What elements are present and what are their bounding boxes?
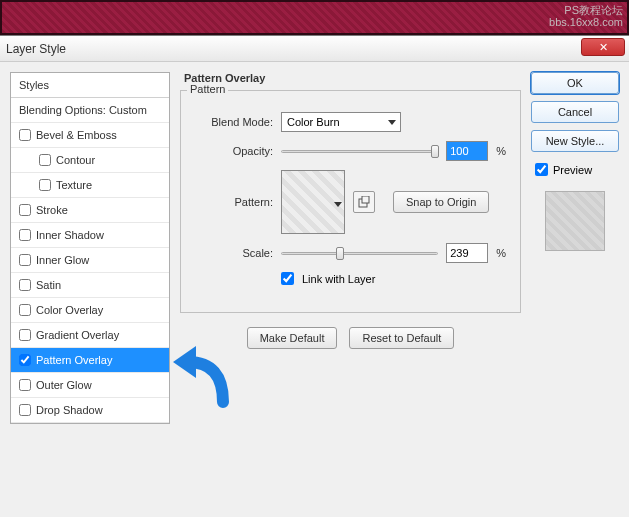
svg-rect-1: [362, 196, 369, 203]
right-panel: OK Cancel New Style... Preview: [531, 72, 619, 424]
style-label: Inner Glow: [36, 254, 89, 266]
opacity-slider[interactable]: [281, 143, 438, 159]
layer-style-dialog: Layer Style ✕ Styles Blending Options: C…: [0, 36, 629, 517]
style-checkbox[interactable]: [39, 154, 51, 166]
style-label: Pattern Overlay: [36, 354, 112, 366]
link-with-layer-label: Link with Layer: [302, 273, 375, 285]
blend-mode-row: Blend Mode: Color Burn: [195, 112, 506, 132]
style-row-texture[interactable]: Texture: [11, 173, 169, 198]
slider-track: [281, 252, 438, 255]
style-label: Gradient Overlay: [36, 329, 119, 341]
style-row-contour[interactable]: Contour: [11, 148, 169, 173]
style-checkbox[interactable]: [19, 129, 31, 141]
style-checkbox[interactable]: [19, 379, 31, 391]
style-label: Satin: [36, 279, 61, 291]
snap-to-origin-button[interactable]: Snap to Origin: [393, 191, 489, 213]
preview-checkbox[interactable]: [535, 163, 548, 176]
blend-mode-label: Blend Mode:: [195, 116, 273, 128]
style-label: Texture: [56, 179, 92, 191]
style-row-outer-glow[interactable]: Outer Glow: [11, 373, 169, 398]
styles-header[interactable]: Styles: [11, 73, 169, 98]
default-buttons-row: Make Default Reset to Default: [180, 327, 521, 349]
close-icon: ✕: [599, 41, 608, 54]
reset-default-button[interactable]: Reset to Default: [349, 327, 454, 349]
scale-row: Scale: %: [195, 243, 506, 263]
new-style-button[interactable]: New Style...: [531, 130, 619, 152]
section-title: Pattern Overlay: [180, 72, 521, 84]
watermark: PS教程论坛 bbs.16xx8.com: [549, 4, 623, 28]
style-label: Stroke: [36, 204, 68, 216]
settings-panel: Pattern Overlay Pattern Blend Mode: Colo…: [180, 72, 521, 424]
preview-label: Preview: [553, 164, 592, 176]
titlebar: Layer Style ✕: [0, 36, 629, 62]
blending-options-row[interactable]: Blending Options: Custom: [11, 98, 169, 123]
make-default-button[interactable]: Make Default: [247, 327, 338, 349]
style-checkbox[interactable]: [19, 304, 31, 316]
style-row-satin[interactable]: Satin: [11, 273, 169, 298]
styles-panel: Styles Blending Options: Custom Bevel & …: [10, 72, 170, 424]
preview-row: Preview: [535, 163, 619, 176]
dialog-body: Styles Blending Options: Custom Bevel & …: [0, 62, 629, 434]
style-row-bevel-emboss[interactable]: Bevel & Emboss: [11, 123, 169, 148]
style-checkbox[interactable]: [19, 204, 31, 216]
style-checkbox[interactable]: [19, 254, 31, 266]
style-label: Color Overlay: [36, 304, 103, 316]
scale-percent: %: [496, 247, 506, 259]
style-row-stroke[interactable]: Stroke: [11, 198, 169, 223]
style-checkbox[interactable]: [19, 404, 31, 416]
chevron-down-icon: [388, 120, 396, 125]
ok-button[interactable]: OK: [531, 72, 619, 94]
scale-label: Scale:: [195, 247, 273, 259]
style-checkbox[interactable]: [19, 229, 31, 241]
dialog-title: Layer Style: [6, 42, 66, 56]
pattern-swatch[interactable]: [281, 170, 345, 234]
new-preset-button[interactable]: [353, 191, 375, 213]
opacity-percent: %: [496, 145, 506, 157]
opacity-label: Opacity:: [195, 145, 273, 157]
watermark-line2: bbs.16xx8.com: [549, 16, 623, 28]
opacity-input[interactable]: [446, 141, 488, 161]
scale-slider[interactable]: [281, 245, 438, 261]
style-checkbox[interactable]: [39, 179, 51, 191]
style-row-inner-glow[interactable]: Inner Glow: [11, 248, 169, 273]
scale-input[interactable]: [446, 243, 488, 263]
chevron-down-icon: [334, 202, 342, 207]
pattern-label: Pattern:: [195, 196, 273, 208]
style-row-color-overlay[interactable]: Color Overlay: [11, 298, 169, 323]
style-row-pattern-overlay[interactable]: Pattern Overlay: [11, 348, 169, 373]
style-label: Drop Shadow: [36, 404, 103, 416]
new-preset-icon: [358, 196, 370, 208]
slider-thumb[interactable]: [431, 145, 439, 158]
style-label: Bevel & Emboss: [36, 129, 117, 141]
style-row-inner-shadow[interactable]: Inner Shadow: [11, 223, 169, 248]
group-title: Pattern: [187, 83, 228, 95]
watermark-line1: PS教程论坛: [549, 4, 623, 16]
style-label: Inner Shadow: [36, 229, 104, 241]
cancel-button[interactable]: Cancel: [531, 101, 619, 123]
pattern-row: Pattern: Snap to Origin: [195, 170, 506, 234]
style-label: Outer Glow: [36, 379, 92, 391]
blend-mode-combo[interactable]: Color Burn: [281, 112, 401, 132]
style-label: Contour: [56, 154, 95, 166]
pattern-group: Pattern Blend Mode: Color Burn Opacity:: [180, 90, 521, 313]
style-checkbox[interactable]: [19, 279, 31, 291]
preview-swatch: [545, 191, 605, 251]
style-row-gradient-overlay[interactable]: Gradient Overlay: [11, 323, 169, 348]
background-banner: PS教程论坛 bbs.16xx8.com: [0, 0, 629, 35]
slider-track: [281, 150, 438, 153]
style-checkbox[interactable]: [19, 329, 31, 341]
blend-mode-value: Color Burn: [287, 116, 340, 128]
link-row: Link with Layer: [281, 272, 506, 285]
link-with-layer-checkbox[interactable]: [281, 272, 294, 285]
close-button[interactable]: ✕: [581, 38, 625, 56]
style-row-drop-shadow[interactable]: Drop Shadow: [11, 398, 169, 423]
opacity-row: Opacity: %: [195, 141, 506, 161]
slider-thumb[interactable]: [336, 247, 344, 260]
style-checkbox[interactable]: [19, 354, 31, 366]
